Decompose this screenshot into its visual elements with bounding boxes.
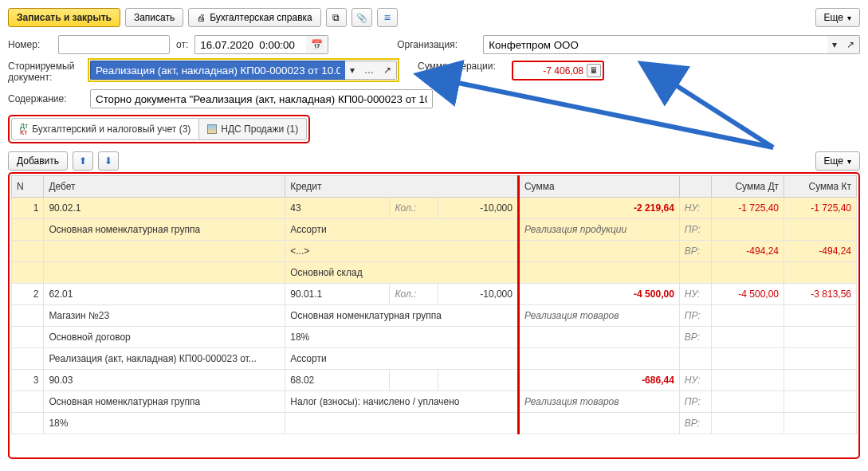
move-down-button[interactable]: ⬇ [98,151,119,171]
org-input[interactable] [483,35,827,54]
copy-button[interactable] [326,8,347,27]
cell-credit-line[interactable] [285,413,519,434]
cell-sub-dt [712,262,784,284]
table-more-button[interactable]: Еще [815,151,860,171]
dt-kt-icon: ДтКт [20,123,28,135]
table-subrow: <...>ВР:-494,24-494,24 [12,241,857,262]
cell-sum-desc [518,413,679,434]
cell-sub-label: ВР: [679,327,711,348]
cell-sub-label: ПР: [679,391,711,413]
tab-accounting-label: Бухгалтерский и налоговый учет (3) [32,124,190,135]
cell-credit-line[interactable]: Ассорти [285,219,519,241]
table-row[interactable]: 390.0368.02-686,44НУ: [12,370,857,391]
cell-credit-line[interactable]: <...> [285,241,519,262]
th-sum[interactable]: Сумма [518,176,679,198]
cell-n: 2 [12,284,44,305]
content-input[interactable] [90,89,433,108]
th-debit[interactable]: Дебет [44,176,285,198]
cell-credit-line[interactable]: 18% [285,327,519,348]
org-open-icon[interactable]: ↗ [842,35,860,54]
cell-debit-acc[interactable]: 90.02.1 [44,198,285,219]
cell-qty-label: Кол.: [390,284,438,305]
cell-debit-acc[interactable]: 62.01 [44,284,285,305]
cell-qty-label [390,370,438,391]
attachments-button[interactable] [352,8,372,27]
tab-accounting[interactable]: ДтКт Бухгалтерский и налоговый учет (3) [11,118,199,140]
storno-select-icon[interactable]: ▾ [345,61,359,80]
cell-debit-line[interactable]: 18% [44,413,285,434]
th-sum-dt[interactable]: Сумма Дт [712,176,784,198]
cell-debit-line[interactable]: Реализация (акт, накладная) КП00-000023 … [44,348,285,370]
save-button[interactable]: Записать [125,8,183,27]
tab-vat[interactable]: НДС Продажи (1) [199,118,307,140]
more-button[interactable]: Еще [815,8,860,27]
cell-sub-kt [784,327,857,348]
cell-sum-desc [518,262,679,284]
add-button[interactable]: Добавить [8,151,68,171]
cell-sub-label: ПР: [679,305,711,327]
th-sum-kt[interactable]: Сумма Кт [784,176,857,198]
date-input[interactable] [194,35,306,54]
vat-icon [207,124,217,134]
cell-sum-desc: Реализация товаров [518,391,679,413]
cell-credit-line[interactable]: Основной склад [285,262,519,284]
cell-debit-line[interactable]: Основная номенклатурная группа [44,391,285,413]
org-select-icon[interactable]: ▾ [827,35,842,54]
cell-nu-dt [712,370,784,391]
cell-sub-label: ВР: [679,413,711,434]
storno-input[interactable] [90,61,345,80]
content-label: Содержание: [8,93,84,104]
cell-debit-line[interactable]: Магазин №23 [44,305,285,327]
accounting-ref-button[interactable]: Бухгалтерская справка [188,8,321,27]
cell-credit-line[interactable]: Налог (взносы): начислено / уплачено [285,391,519,413]
table-row[interactable]: 190.02.143Кол.:-10,000-2 219,64НУ:-1 725… [12,198,857,219]
cell-sub-label: ПР: [679,219,711,241]
list-button[interactable] [377,8,398,27]
cell-debit-line[interactable]: Основная номенклатурная группа [44,219,285,241]
storno-open-icon[interactable]: ↗ [379,61,397,80]
th-credit[interactable]: Кредит [285,176,519,198]
move-up-button[interactable]: ⬆ [73,151,93,171]
cell-credit-acc[interactable]: 68.02 [285,370,390,391]
calendar-icon[interactable]: 📅 [306,35,328,54]
cell-sub-kt: -494,24 [784,241,857,262]
table-subrow: Основная номенклатурная группаАссортиРеа… [12,219,857,241]
cell-nu-label: НУ: [679,284,711,305]
org-input-group: ▾ ↗ [483,35,860,54]
cell-sum[interactable]: -686,44 [518,370,679,391]
cell-sub-kt [784,219,857,241]
cell-n: 3 [12,370,44,391]
storno-ellipsis-icon[interactable]: … [359,61,379,80]
cell-credit-line[interactable]: Ассорти [285,348,519,370]
save-close-button[interactable]: Записать и закрыть [8,8,120,27]
form-row-storno: Сторнируемый документ: ▾ … ↗ Сумма опера… [8,61,860,83]
tabs: ДтКт Бухгалтерский и налоговый учет (3) … [8,115,310,143]
cell-sub-dt [712,327,784,348]
table-subrow: 18%ВР: [12,413,857,434]
copy-icon [332,12,340,23]
cell-sum-desc: Реализация товаров [518,305,679,327]
cell-debit-line[interactable] [44,262,285,284]
cell-sub-label [679,348,711,370]
cell-sub-dt [712,305,784,327]
cell-sub-label: ВР: [679,241,711,262]
number-input[interactable] [58,35,170,54]
cell-debit-line[interactable]: Основной договор [44,327,285,348]
cell-sum[interactable]: -4 500,00 [518,284,679,305]
cell-credit-line[interactable]: Основная номенклатурная группа [285,305,519,327]
table-row[interactable]: 262.0190.01.1Кол.:-10,000-4 500,00НУ:-4 … [12,284,857,305]
cell-nu-dt: -1 725,40 [712,198,784,219]
cell-sum-desc [518,327,679,348]
calculator-icon[interactable]: 🖩 [587,64,601,77]
cell-credit-acc[interactable]: 90.01.1 [285,284,390,305]
cell-credit-acc[interactable]: 43 [285,198,390,219]
sum-box: -7 406,08 🖩 [512,61,604,80]
th-n[interactable]: N [12,176,44,198]
cell-debit-acc[interactable]: 90.03 [44,370,285,391]
cell-sum-desc [518,241,679,262]
cell-qty-label: Кол.: [390,198,438,219]
cell-sum[interactable]: -2 219,64 [518,198,679,219]
cell-sub-kt [784,305,857,327]
cell-debit-line[interactable] [44,241,285,262]
tab-vat-label: НДС Продажи (1) [221,124,298,135]
